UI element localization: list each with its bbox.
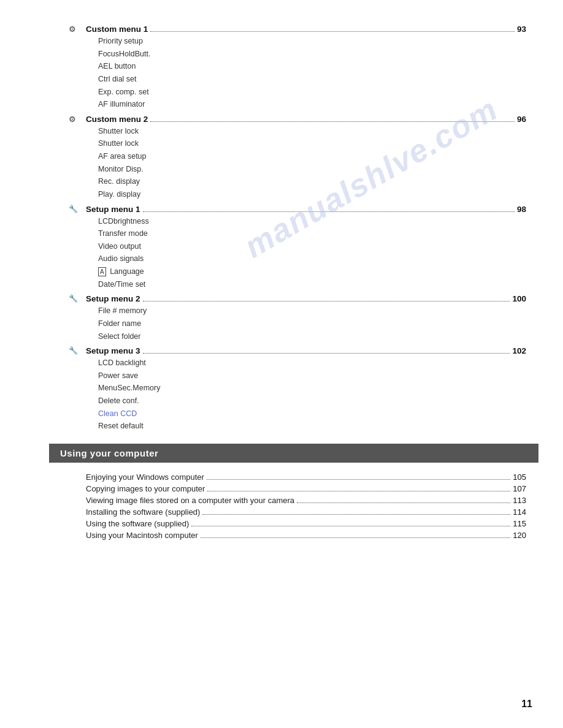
custom-menu-2-icon: ⚙ bbox=[69, 115, 76, 124]
entry-dots bbox=[297, 502, 510, 503]
sub-item: AF illuminator bbox=[98, 98, 526, 111]
sub-item: A Language bbox=[98, 265, 526, 278]
entry-dots bbox=[202, 514, 510, 515]
sub-item: Folder name bbox=[98, 317, 526, 330]
sub-item: Monitor Disp. bbox=[98, 163, 526, 176]
menu-entry-setup-menu-3: 🔧Setup menu 3102 bbox=[86, 346, 526, 355]
computer-entries-section: Enjoying your Windows computer105Copying… bbox=[86, 472, 526, 540]
menu-entry-setup-menu-1: 🔧Setup menu 198 bbox=[86, 205, 526, 214]
menu-group-custom-menu-2: ⚙Custom menu 296Shutter lockShutter lock… bbox=[86, 115, 526, 201]
computer-entry-page: 114 bbox=[513, 507, 526, 517]
computer-entry-page: 113 bbox=[513, 496, 526, 505]
computer-entry-text: Installing the software (supplied) bbox=[86, 507, 200, 517]
toc-section: ⚙Custom menu 193Priority setupFocusHoldB… bbox=[86, 25, 526, 433]
sub-item: AF area setup bbox=[98, 150, 526, 163]
menu-entry-custom-menu-1: ⚙Custom menu 193 bbox=[86, 25, 526, 34]
setup-menu-2-subitems: File # memoryFolder nameSelect folder bbox=[98, 305, 526, 343]
setup-menu-1-subitems: LCDbrightnessTransfer modeVideo outputAu… bbox=[98, 215, 526, 291]
entry-dots bbox=[201, 537, 510, 538]
sub-item: Exp. comp. set bbox=[98, 86, 526, 99]
sub-item: Select folder bbox=[98, 330, 526, 343]
setup-menu-3-dots bbox=[143, 353, 510, 354]
custom-menu-1-dots bbox=[150, 31, 515, 32]
computer-entry-text: Using your Macintosh computer bbox=[86, 531, 198, 540]
computer-entry: Using the software (supplied)115 bbox=[86, 519, 526, 528]
setup-menu-1-dots bbox=[143, 211, 515, 212]
setup-menu-3-subitems: LCD backlightPower saveMenuSec.MemoryDel… bbox=[98, 357, 526, 433]
computer-entry-text: Enjoying your Windows computer bbox=[86, 472, 204, 482]
menu-entry-custom-menu-2: ⚙Custom menu 296 bbox=[86, 115, 526, 124]
page-container: manualshlve.com ⚙Custom menu 193Priority… bbox=[0, 0, 563, 728]
sub-item: Reset default bbox=[98, 420, 526, 433]
computer-entry: Using your Macintosh computer120 bbox=[86, 531, 526, 540]
entry-dots bbox=[191, 526, 510, 526]
sub-item: AEL button bbox=[98, 60, 526, 73]
sub-item: Clean CCD bbox=[98, 408, 526, 420]
entry-dots bbox=[207, 479, 510, 480]
custom-menu-1-subitems: Priority setupFocusHoldButt.AEL buttonCt… bbox=[98, 35, 526, 111]
computer-entry: Enjoying your Windows computer105 bbox=[86, 472, 526, 482]
sub-item: Delete conf. bbox=[98, 395, 526, 408]
sub-item: File # memory bbox=[98, 305, 526, 317]
custom-menu-1-icon: ⚙ bbox=[69, 25, 76, 34]
sub-item: Power save bbox=[98, 370, 526, 382]
computer-entry-text: Using the software (supplied) bbox=[86, 519, 189, 528]
setup-menu-2-dots bbox=[143, 301, 510, 301]
computer-entry-page: 105 bbox=[513, 472, 526, 482]
custom-menu-2-page: 96 bbox=[517, 115, 526, 124]
computer-entry-text: Viewing image files stored on a computer… bbox=[86, 496, 294, 505]
sub-item: LCD backlight bbox=[98, 357, 526, 370]
sub-item: Rec. display bbox=[98, 175, 526, 188]
sub-item: Shutter lock bbox=[98, 137, 526, 150]
sub-item: Priority setup bbox=[98, 35, 526, 48]
sub-item: Play. display bbox=[98, 188, 526, 201]
menu-group-custom-menu-1: ⚙Custom menu 193Priority setupFocusHoldB… bbox=[86, 25, 526, 111]
custom-menu-1-title: Custom menu 1 bbox=[86, 25, 148, 34]
computer-entry-page: 107 bbox=[513, 484, 526, 493]
language-icon: A bbox=[98, 267, 106, 276]
computer-entry: Installing the software (supplied)114 bbox=[86, 507, 526, 517]
section-band: Using your computer bbox=[49, 444, 538, 463]
sub-item: Transfer mode bbox=[98, 227, 526, 240]
computer-entry: Copying images to your computer107 bbox=[86, 484, 526, 493]
menu-group-setup-menu-3: 🔧Setup menu 3102LCD backlightPower saveM… bbox=[86, 346, 526, 433]
menu-entry-setup-menu-2: 🔧Setup menu 2100 bbox=[86, 294, 526, 303]
sub-item: LCDbrightness bbox=[98, 215, 526, 228]
menu-group-setup-menu-2: 🔧Setup menu 2100File # memoryFolder name… bbox=[86, 294, 526, 343]
setup-menu-2-title: Setup menu 2 bbox=[86, 294, 140, 303]
sub-item: Shutter lock bbox=[98, 125, 526, 138]
setup-menu-3-page: 102 bbox=[512, 346, 526, 355]
setup-menu-1-title: Setup menu 1 bbox=[86, 205, 140, 214]
custom-menu-2-title: Custom menu 2 bbox=[86, 115, 148, 124]
custom-menu-2-dots bbox=[150, 121, 515, 122]
sub-item: Video output bbox=[98, 240, 526, 253]
setup-menu-2-page: 100 bbox=[512, 294, 526, 303]
entry-dots bbox=[207, 491, 510, 491]
sub-item: Date/Time set bbox=[98, 278, 526, 291]
menu-group-setup-menu-1: 🔧Setup menu 198LCDbrightnessTransfer mod… bbox=[86, 205, 526, 291]
setup-menu-1-icon: 🔧 bbox=[69, 205, 78, 213]
page-number: 11 bbox=[521, 699, 532, 710]
sub-item: Ctrl dial set bbox=[98, 73, 526, 86]
setup-menu-3-icon: 🔧 bbox=[69, 346, 78, 355]
custom-menu-2-subitems: Shutter lockShutter lockAF area setupMon… bbox=[98, 125, 526, 201]
setup-menu-1-page: 98 bbox=[517, 205, 526, 214]
sub-item: MenuSec.Memory bbox=[98, 382, 526, 395]
computer-entry-page: 115 bbox=[513, 519, 526, 528]
sub-item: Audio signals bbox=[98, 252, 526, 265]
sub-item: FocusHoldButt. bbox=[98, 48, 526, 61]
setup-menu-2-icon: 🔧 bbox=[69, 294, 78, 303]
computer-entry-text: Copying images to your computer bbox=[86, 484, 205, 493]
custom-menu-1-page: 93 bbox=[517, 25, 526, 34]
computer-entry-page: 120 bbox=[513, 531, 526, 540]
computer-entry: Viewing image files stored on a computer… bbox=[86, 496, 526, 505]
setup-menu-3-title: Setup menu 3 bbox=[86, 346, 140, 355]
